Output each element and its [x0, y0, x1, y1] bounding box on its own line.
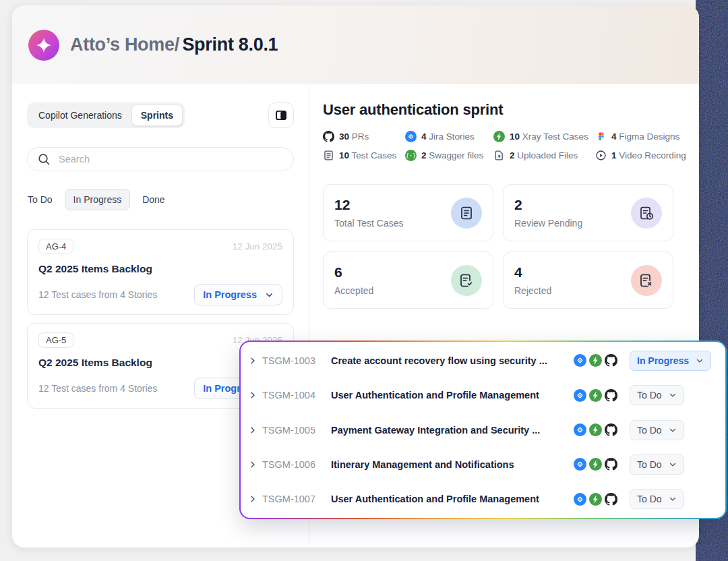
stat-label: Test Cases: [352, 150, 397, 160]
row-source-icons: [574, 458, 617, 471]
stat-count: 10: [510, 131, 520, 142]
row-expand-chevron-icon[interactable]: [249, 391, 262, 399]
row-expand-chevron-icon[interactable]: [249, 357, 262, 365]
stat-item: 4 Jira Stories: [405, 131, 493, 142]
stat-count: 4: [611, 131, 617, 142]
test-cases-icon: [323, 150, 334, 161]
chevron-down-icon: [696, 357, 704, 365]
test-case-list: TSGM-1003 Create account recovery flow u…: [241, 342, 725, 518]
stat-label: Figma Designs: [619, 131, 679, 142]
doc-check-icon: [451, 265, 482, 296]
row-source-icons: [574, 423, 617, 436]
xray-icon: [589, 458, 602, 471]
stat-label: Uploaded Files: [517, 150, 578, 160]
tab-label: Copilot Generations: [38, 110, 122, 121]
chevron-down-icon: [265, 291, 274, 299]
row-id: TSGM-1007: [262, 494, 331, 504]
chevron-down-icon: [669, 495, 677, 503]
row-title: User Authentication and Profile Manageme…: [331, 390, 574, 401]
row-expand-chevron-icon[interactable]: [249, 461, 262, 469]
chevron-down-icon: [669, 391, 677, 399]
tab-label: Sprints: [141, 110, 173, 121]
row-expand-chevron-icon[interactable]: [249, 495, 262, 503]
github-icon: [605, 389, 617, 402]
xray-icon: [493, 131, 505, 142]
stat-item: 4 Figma Designs: [595, 131, 699, 142]
test-case-row[interactable]: TSGM-1004 User Authentication and Profil…: [249, 378, 716, 412]
stat-label: Jira Stories: [429, 131, 475, 142]
summary-label: Review Pending: [514, 218, 582, 229]
panel-toggle-button[interactable]: [268, 102, 294, 128]
panel-layout-icon: [275, 109, 287, 121]
search-icon: [37, 152, 51, 166]
search-input[interactable]: [57, 153, 284, 165]
filter-label: Done: [142, 194, 164, 205]
card-id-badge: AG-4: [38, 239, 73, 254]
github-icon: [605, 354, 617, 367]
tab[interactable]: Sprints: [131, 105, 183, 126]
video-icon: [595, 150, 607, 161]
swagger-icon: { }: [405, 150, 417, 161]
breadcrumb-title: Atto’s Home/ Sprint 8.0.1: [70, 34, 278, 55]
row-status-dropdown[interactable]: To Do: [630, 489, 684, 509]
test-case-row[interactable]: TSGM-1007 User Authentication and Profil…: [249, 482, 716, 516]
summary-cards: 12 Total Test Cases 2 Review Pending 6: [323, 184, 699, 309]
filter-chip[interactable]: To Do: [27, 189, 53, 210]
card-subtitle: 12 Test cases from 4 Stories: [38, 383, 157, 394]
row-status-label: To Do: [637, 390, 662, 401]
summary-label: Total Test Cases: [334, 218, 403, 229]
tab[interactable]: Copilot Generations: [29, 105, 131, 126]
page-title: Sprint 8.0.1: [182, 34, 278, 55]
stat-count: 30: [339, 131, 349, 142]
github-icon: [323, 131, 334, 142]
summary-card: 2 Review Pending: [503, 184, 673, 241]
row-status-dropdown[interactable]: To Do: [630, 385, 684, 405]
test-case-row[interactable]: TSGM-1006 Itinerary Management and Notif…: [249, 447, 716, 481]
sparkle-icon: [35, 36, 53, 54]
stat-count: 2: [421, 150, 427, 160]
row-source-icons: [574, 389, 617, 402]
github-icon: [605, 493, 617, 506]
search-box: [27, 147, 294, 171]
jira-icon: [405, 131, 417, 142]
github-icon: [605, 458, 617, 471]
status-filters: To Do In Progress Done: [27, 189, 294, 210]
uploaded-file-icon: [493, 150, 505, 161]
row-status-label: To Do: [637, 494, 662, 504]
xray-icon: [589, 354, 602, 367]
row-status-dropdown[interactable]: To Do: [630, 454, 684, 475]
stat-item: 10 Xray Test Cases: [493, 131, 595, 142]
stat-label: Xray Test Cases: [522, 131, 588, 142]
filter-chip[interactable]: Done: [142, 189, 165, 210]
card-status-dropdown[interactable]: In Progress: [194, 284, 282, 305]
jira-icon: [574, 493, 586, 506]
xray-icon: [589, 389, 602, 402]
row-expand-chevron-icon[interactable]: [249, 426, 262, 434]
test-case-row[interactable]: TSGM-1005 Payment Gateway Integration an…: [249, 413, 716, 447]
row-status-dropdown[interactable]: In Progress: [630, 351, 711, 371]
summary-card: 12 Total Test Cases: [323, 184, 493, 241]
stat-item: 1 Video Recording: [595, 150, 699, 161]
sprint-card[interactable]: AG-4 12 Jun 2025 Q2 2025 Items Backlog 1…: [27, 229, 294, 315]
row-source-icons: [574, 493, 617, 506]
jira-icon: [574, 354, 586, 367]
card-date: 12 Jun 2025: [233, 241, 282, 252]
summary-card: 4 Rejected: [503, 252, 673, 309]
breadcrumb[interactable]: Atto’s Home/: [70, 34, 179, 55]
summary-value: 2: [514, 197, 582, 213]
xray-icon: [589, 423, 602, 436]
test-case-row[interactable]: TSGM-1003 Create account recovery flow u…: [249, 343, 716, 378]
app-logo: [28, 30, 59, 61]
card-status-label: In Progress: [203, 289, 257, 300]
filter-chip[interactable]: In Progress: [65, 189, 131, 210]
row-status-dropdown[interactable]: To Do: [630, 420, 684, 440]
sprint-title: User authentication sprint: [323, 101, 699, 119]
filter-label: To Do: [28, 194, 53, 205]
row-title: Itinerary Management and Notifications: [331, 459, 574, 470]
row-status-label: To Do: [637, 459, 662, 470]
summary-card: 6 Accepted: [323, 252, 493, 309]
filter-label: In Progress: [73, 194, 122, 205]
chevron-down-icon: [669, 426, 677, 434]
row-source-icons: [574, 354, 617, 367]
stat-item: 30 PRs: [323, 131, 405, 142]
